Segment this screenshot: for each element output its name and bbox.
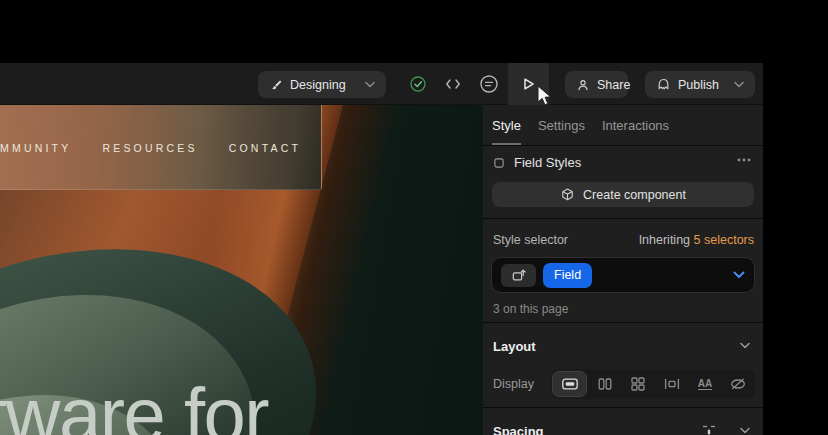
spacing-section-title: Spacing	[493, 424, 544, 435]
cube-icon	[560, 187, 575, 202]
display-option-grid-icon[interactable]	[622, 369, 655, 399]
component-title-row: Field Styles	[493, 155, 581, 170]
nav-link-resources[interactable]: RESOURCES	[102, 142, 197, 154]
square-outline-icon	[493, 157, 505, 169]
display-option-text-icon[interactable]: AA	[688, 369, 721, 399]
more-ellipsis-icon[interactable]	[737, 158, 751, 162]
publish-label: Publish	[678, 78, 719, 92]
person-icon	[576, 78, 590, 92]
spacing-collapse-chevron-icon[interactable]	[740, 427, 750, 434]
publish-icon	[656, 77, 671, 92]
screenshot-stage: Designing	[0, 0, 828, 435]
mode-dropdown-button[interactable]: Designing	[258, 71, 386, 98]
share-button[interactable]: Share	[565, 71, 628, 98]
display-row: Display	[493, 369, 755, 399]
chevron-down-icon	[734, 81, 744, 88]
share-label: Share	[597, 78, 630, 92]
app-window: Designing	[0, 63, 763, 435]
nav-link-contact[interactable]: CONTACT	[229, 142, 301, 154]
chevron-down-icon	[365, 81, 375, 88]
display-option-columns-icon[interactable]	[588, 369, 621, 399]
selector-chevron-down-icon[interactable]	[733, 271, 745, 279]
inheriting-count: 5 selectors	[694, 233, 754, 247]
nav-link-community[interactable]: MMUNITY	[0, 142, 71, 154]
inheriting-info[interactable]: Inheriting 5 selectors	[639, 233, 754, 247]
display-option-hidden-icon[interactable]	[722, 369, 755, 399]
layout-collapse-chevron-icon[interactable]	[740, 342, 750, 349]
comment-icon[interactable]	[479, 74, 499, 94]
check-circle-icon[interactable]	[409, 75, 427, 93]
hero-headline: tware for	[0, 377, 268, 435]
site-navbar[interactable]: MMUNITY RESOURCES CONTACT	[0, 105, 322, 190]
inspector-panel: Style Settings Interactions Field Styles	[483, 105, 763, 435]
mode-label: Designing	[290, 78, 346, 92]
play-icon[interactable]	[519, 75, 537, 93]
publish-button[interactable]: Publish	[645, 71, 755, 98]
top-toolbar: Designing	[0, 63, 763, 105]
brush-icon	[269, 78, 283, 92]
create-component-label: Create component	[583, 188, 686, 202]
style-selector-input[interactable]: Field	[491, 257, 755, 293]
style-selector-section: Style selector Inheriting 5 selectors	[483, 219, 763, 322]
layout-section-title: Layout	[493, 339, 536, 354]
site-nav-links: MMUNITY RESOURCES CONTACT	[0, 142, 301, 154]
component-title: Field Styles	[514, 155, 581, 170]
tab-style[interactable]: Style	[492, 118, 521, 133]
frame-target-button[interactable]	[501, 264, 536, 287]
design-canvas[interactable]: MMUNITY RESOURCES CONTACT tware for	[0, 105, 483, 435]
inspector-tabs: Style Settings Interactions	[492, 118, 669, 133]
code-icon[interactable]	[444, 75, 462, 93]
selector-usage-note: 3 on this page	[493, 302, 568, 316]
selector-tag-field[interactable]: Field	[543, 263, 592, 288]
tab-settings[interactable]: Settings	[538, 118, 585, 133]
display-label: Display	[493, 377, 534, 391]
layout-section: Layout Display	[483, 323, 763, 407]
spacing-section: Spacing	[483, 408, 763, 435]
create-component-button[interactable]: Create component	[492, 182, 754, 207]
tab-interactions[interactable]: Interactions	[602, 118, 669, 133]
display-option-block-icon[interactable]	[552, 371, 587, 397]
display-segmented-control: AA	[551, 369, 755, 399]
component-section: Field Styles Create component	[483, 146, 763, 218]
style-selector-label: Style selector	[493, 233, 568, 247]
spacing-distribute-icon[interactable]	[701, 425, 717, 435]
mouse-cursor	[536, 85, 553, 109]
display-option-inline-icon[interactable]	[655, 369, 688, 399]
